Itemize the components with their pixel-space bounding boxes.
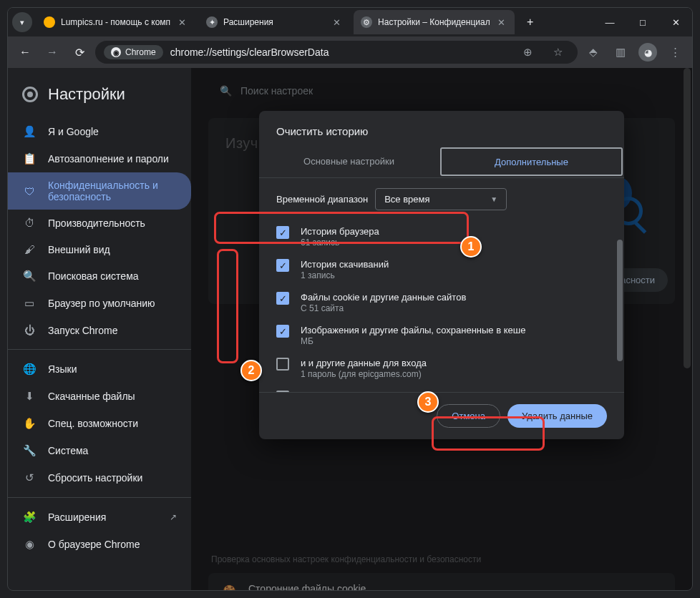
sidebar-item[interactable]: ✋Спец. возможности <box>8 410 191 437</box>
check-title: История браузера <box>301 226 379 237</box>
check-title: и и другие данные для входа <box>301 358 427 368</box>
puzzle-icon: 🧩 <box>22 511 37 524</box>
sidebar-item[interactable]: 🔧Система <box>8 437 191 464</box>
window-icon: ▭ <box>22 297 37 310</box>
chrome-icon: ◉ <box>22 538 37 551</box>
reset-icon: ↺ <box>22 471 37 484</box>
sidebar-label: Расширения <box>48 511 106 523</box>
tab-lumpics[interactable]: Lumpics.ru - помощь с комп ✕ <box>37 10 195 34</box>
sidebar-label: Языки <box>48 363 77 375</box>
sidebar-item[interactable]: ↺Сбросить настройки <box>8 464 191 491</box>
sidebar-label: Производительность <box>48 217 145 229</box>
tab-advanced[interactable]: Дополнительные <box>440 147 623 176</box>
titlebar: ▾ Lumpics.ru - помощь с комп ✕ ✦ Расшире… <box>8 8 692 36</box>
search-icon: 🔍 <box>22 270 37 283</box>
back-button[interactable]: ← <box>14 41 37 64</box>
checklist-item: ✓Изображения и другие файлы, сохраненные… <box>276 319 607 352</box>
access-icon: ✋ <box>22 417 37 430</box>
wrench-icon: 🔧 <box>22 444 37 457</box>
sidebar-item[interactable]: 🌐Языки <box>8 356 191 383</box>
window-minimize[interactable]: ― <box>593 8 626 36</box>
sidebar-item[interactable]: 👤Я и Google <box>8 118 191 145</box>
check-title: Данные для автозаполнения <box>301 391 425 392</box>
side-panel-icon[interactable]: ▥ <box>609 41 632 64</box>
sidebar-item[interactable]: 🔍Поисковая система <box>8 263 191 290</box>
sidebar-item[interactable]: 🧩Расширения↗ <box>8 504 191 531</box>
checkbox[interactable]: ✓ <box>276 325 289 338</box>
cancel-button[interactable]: Отмена <box>437 404 500 428</box>
tab-title: Расширения <box>223 17 325 27</box>
check-subtitle: 1 запись <box>301 270 389 280</box>
sidebar-label: О браузере Chrome <box>48 539 140 550</box>
chevron-down-icon: ▼ <box>490 195 497 203</box>
dialog-title: Очистить историю <box>259 111 624 146</box>
delete-data-button[interactable]: Удалить данные <box>507 404 607 428</box>
checklist-item: ✓Файлы cookie и другие данные сайтовС 51… <box>276 286 607 319</box>
sidebar-item[interactable]: 🛡Конфиденциальность и безопасность <box>8 172 191 210</box>
checkbox[interactable]: ✓ <box>276 259 289 272</box>
timerange-label: Временной диапазон <box>276 194 368 205</box>
sidebar-label: Спец. возможности <box>48 418 138 429</box>
extensions-icon[interactable]: ⬘ <box>582 41 605 64</box>
checkbox[interactable]: ✓ <box>276 226 289 239</box>
checkbox[interactable]: ✓ <box>276 292 289 305</box>
timerange-select[interactable]: Все время ▼ <box>375 188 507 210</box>
url-text: chrome://settings/clearBrowserData <box>170 46 329 58</box>
search-in-page-icon[interactable]: ⊕ <box>516 41 539 64</box>
tab-settings[interactable]: ⚙ Настройки – Конфиденциал ✕ <box>354 10 515 34</box>
check-title: Файлы cookie и другие данные сайтов <box>301 292 466 303</box>
settings-header: Настройки <box>8 77 191 118</box>
window-close[interactable]: ✕ <box>659 8 692 36</box>
chrome-icon: ◉ <box>111 47 121 57</box>
new-tab-button[interactable]: + <box>520 12 540 32</box>
shield-icon: 🛡 <box>22 185 37 197</box>
bookmark-icon[interactable]: ☆ <box>546 41 569 64</box>
dialog-scrollbar[interactable] <box>617 240 623 386</box>
close-icon[interactable]: ✕ <box>176 16 188 28</box>
checklist-item: ✓История браузера61 запись <box>276 220 607 253</box>
avatar-icon: ◕ <box>638 43 657 62</box>
sidebar-label: Запуск Chrome <box>48 325 117 336</box>
paint-icon: 🖌 <box>22 243 37 255</box>
check-subtitle: С 51 сайта <box>301 303 466 313</box>
toolbar: ← → ⟳ ◉Chrome chrome://settings/clearBro… <box>8 36 692 68</box>
sidebar-label: Система <box>48 445 88 456</box>
reload-button[interactable]: ⟳ <box>68 41 91 64</box>
window-maximize[interactable]: □ <box>626 8 659 36</box>
sidebar-item[interactable]: 📋Автозаполнение и пароли <box>8 145 191 172</box>
sidebar-item[interactable]: ⬇Скачанные файлы <box>8 383 191 410</box>
favicon-lumpics <box>44 16 55 28</box>
checkbox[interactable] <box>276 391 289 392</box>
person-icon: 👤 <box>22 125 37 138</box>
sidebar-label: Автозаполнение и пароли <box>48 153 169 165</box>
sidebar-item[interactable]: ⏻Запуск Chrome <box>8 317 191 343</box>
close-icon[interactable]: ✕ <box>331 16 342 28</box>
sidebar-item[interactable]: ⏱Производительность <box>8 210 191 236</box>
forward-button[interactable]: → <box>41 41 64 64</box>
sidebar-item[interactable]: ▭Браузер по умолчанию <box>8 290 191 317</box>
profile-button[interactable]: ◕ <box>636 41 659 64</box>
checklist-item: ✓История скачиваний1 запись <box>276 253 607 286</box>
menu-button[interactable]: ⋮ <box>663 41 686 64</box>
close-icon[interactable]: ✕ <box>496 16 507 28</box>
favicon-extensions: ✦ <box>206 16 218 28</box>
tab-title: Lumpics.ru - помощь с комп <box>61 17 170 27</box>
sidebar-item[interactable]: 🖌Внешний вид <box>8 236 191 263</box>
external-link-icon: ↗ <box>170 512 177 522</box>
sidebar-item[interactable]: ◉О браузере Chrome <box>8 531 191 558</box>
tab-dropdown-chevron[interactable]: ▾ <box>12 12 32 32</box>
check-title: История скачиваний <box>301 259 389 270</box>
sidebar-label: Я и Google <box>48 126 99 137</box>
settings-title: Настройки <box>48 85 125 104</box>
settings-sidebar: Настройки 👤Я и Google📋Автозаполнение и п… <box>8 68 191 590</box>
checklist-item: Данные для автозаполнения <box>276 385 607 392</box>
checklist-item: и и другие данные для входа1 пароль (для… <box>276 352 607 385</box>
timerange-value: Все время <box>384 194 429 205</box>
tab-basic[interactable]: Основные настройки <box>259 146 439 177</box>
omnibox[interactable]: ◉Chrome chrome://settings/clearBrowserDa… <box>95 41 578 64</box>
checkbox[interactable] <box>276 358 289 371</box>
tab-extensions[interactable]: ✦ Расширения ✕ <box>199 10 349 34</box>
tab-title: Настройки – Конфиденциал <box>378 17 490 27</box>
sidebar-label: Сбросить настройки <box>48 472 142 484</box>
check-subtitle: МБ <box>301 336 525 346</box>
